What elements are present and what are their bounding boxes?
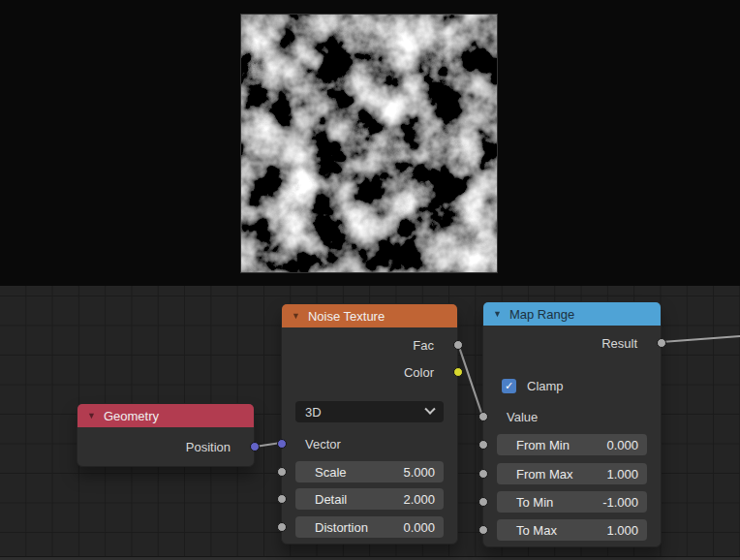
collapse-arrow-icon[interactable]: ▼ [87,411,96,420]
slider-label: To Max [516,523,557,538]
socket-to-max-input[interactable] [478,525,488,535]
from-max-slider[interactable]: From Max 1.000 [497,463,647,484]
distortion-slider[interactable]: Distortion 0.000 [295,516,444,538]
socket-to-min-input[interactable] [478,497,488,507]
preview-backdrop [0,0,740,286]
scale-slider[interactable]: Scale 5.000 [295,461,444,482]
socket-position-output[interactable] [250,442,260,451]
slider-value: 0.000 [606,438,638,452]
socket-fac-output[interactable] [453,340,463,350]
output-label: Result [601,336,637,351]
socket-detail-input[interactable] [277,494,287,504]
slider-value: 1.000 [606,467,638,482]
output-label: Color [404,365,434,380]
collapse-arrow-icon[interactable]: ▼ [493,309,502,319]
socket-value-input[interactable] [478,412,488,421]
socket-color-output[interactable] [453,367,463,377]
detail-slider[interactable]: Detail 2.000 [295,488,444,510]
input-label: Value [507,410,538,424]
socket-from-min-input[interactable] [478,440,488,450]
node-title: Noise Texture [308,309,385,324]
clamp-checkbox[interactable]: ✓ [502,379,516,393]
node-geometry-header[interactable]: ▼ Geometry [77,404,254,427]
slider-value: 2.000 [403,492,435,507]
dimensions-dropdown[interactable]: 3D [295,401,444,422]
socket-result-output[interactable] [657,338,666,348]
node-title: Map Range [509,307,574,322]
socket-from-max-input[interactable] [478,469,488,479]
collapse-arrow-icon[interactable]: ▼ [292,311,300,321]
slider-value: 1.000 [606,523,638,538]
node-map-range[interactable]: ▼ Map Range Result ✓ Clamp Value From Mi… [482,301,662,547]
clamp-checkbox-row: ✓ Clamp [483,376,661,395]
output-row-color: Color [282,358,457,386]
node-title: Geometry [104,409,159,423]
node-noise-texture[interactable]: ▼ Noise Texture Fac Color 3D Vector Scal… [281,303,458,544]
output-row-fac: Fac [282,331,457,358]
to-min-slider[interactable]: To Min -1.000 [497,491,647,513]
from-min-slider[interactable]: From Min 0.000 [497,434,647,455]
dropdown-value: 3D [305,405,322,420]
output-label: Position [186,440,231,454]
editor-bottom-strip [0,556,740,560]
slider-label: Distortion [315,520,368,535]
noise-texture-preview [240,14,498,273]
node-noise-texture-header[interactable]: ▼ Noise Texture [282,304,457,327]
node-map-range-header[interactable]: ▼ Map Range [483,302,661,326]
slider-label: Scale [315,465,347,480]
input-label: Vector [305,437,341,451]
blender-shader-editor-window: ▼ Geometry Position ▼ Noise Texture Fac … [0,0,740,560]
output-label: Fac [413,338,434,353]
slider-label: Detail [315,492,347,507]
slider-label: From Min [516,438,570,452]
to-max-slider[interactable]: To Max 1.000 [497,519,647,541]
slider-value: 5.000 [403,465,435,480]
input-row-value: Value [483,403,661,430]
slider-value: -1.000 [602,495,638,510]
noise-preview-image [241,15,497,272]
node-geometry[interactable]: ▼ Geometry Position [77,403,255,467]
checkbox-label: Clamp [527,379,564,393]
input-row-vector: Vector [282,430,457,457]
socket-vector-input[interactable] [277,439,287,449]
chevron-down-icon [424,404,435,415]
slider-label: From Max [516,467,573,482]
socket-distortion-input[interactable] [277,522,287,532]
output-row-result: Result [483,329,661,357]
output-row-position: Position [77,433,254,460]
socket-scale-input[interactable] [277,467,287,477]
slider-value: 0.000 [403,520,435,535]
slider-label: To Min [516,495,553,510]
